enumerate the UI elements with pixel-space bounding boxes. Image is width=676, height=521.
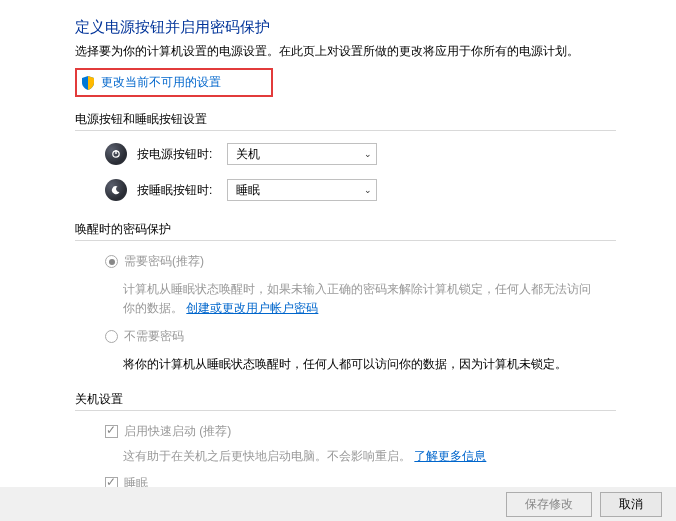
no-password-description: 将你的计算机从睡眠状态唤醒时，任何人都可以访问你的数据，因为计算机未锁定。 [123, 355, 596, 374]
section-header-buttons: 电源按钮和睡眠按钮设置 [75, 111, 616, 131]
radio-no-password-label: 不需要密码 [124, 328, 184, 345]
sleep-button-dropdown[interactable]: 睡眠 ⌄ [227, 179, 377, 201]
checkbox-fast-startup[interactable] [105, 425, 118, 438]
radio-no-password[interactable] [105, 330, 118, 343]
power-icon [105, 143, 127, 165]
fast-startup-description: 这有助于在关机之后更快地启动电脑。不会影响重启。 了解更多信息 [123, 448, 636, 465]
radio-option-no-password: 不需要密码 [105, 328, 636, 345]
shield-icon [81, 76, 95, 90]
checkbox-fast-startup-block: 启用快速启动 (推荐) [105, 423, 636, 440]
change-unavailable-settings-link[interactable]: 更改当前不可用的设置 [101, 74, 221, 91]
checkbox-fast-startup-label: 启用快速启动 (推荐) [124, 423, 231, 440]
section-header-password: 唤醒时的密码保护 [75, 221, 616, 241]
page-title: 定义电源按钮并启用密码保护 [75, 18, 636, 37]
section-header-shutdown: 关机设置 [75, 391, 616, 411]
power-button-dropdown[interactable]: 关机 ⌄ [227, 143, 377, 165]
learn-more-link[interactable]: 了解更多信息 [414, 449, 486, 463]
button-bar: 保存修改 取消 [0, 487, 676, 521]
require-password-description: 计算机从睡眠状态唤醒时，如果未输入正确的密码来解除计算机锁定，任何人都无法访问你… [123, 280, 596, 318]
change-settings-link-group: 更改当前不可用的设置 [75, 68, 273, 97]
chevron-down-icon: ⌄ [364, 185, 372, 195]
create-change-password-link[interactable]: 创建或更改用户帐户密码 [186, 301, 318, 315]
sleep-button-row: 按睡眠按钮时: 睡眠 ⌄ [105, 179, 636, 201]
sleep-button-value: 睡眠 [236, 182, 260, 199]
radio-require-password[interactable] [105, 255, 118, 268]
page-description: 选择要为你的计算机设置的电源设置。在此页上对设置所做的更改将应用于你所有的电源计… [75, 43, 636, 60]
chevron-down-icon: ⌄ [364, 149, 372, 159]
radio-option-require-password: 需要密码(推荐) [105, 253, 636, 270]
cancel-button[interactable]: 取消 [600, 492, 662, 517]
power-button-label: 按电源按钮时: [137, 146, 227, 163]
save-button[interactable]: 保存修改 [506, 492, 592, 517]
radio-require-password-label: 需要密码(推荐) [124, 253, 204, 270]
sleep-icon [105, 179, 127, 201]
power-button-value: 关机 [236, 146, 260, 163]
sleep-button-label: 按睡眠按钮时: [137, 182, 227, 199]
power-button-row: 按电源按钮时: 关机 ⌄ [105, 143, 636, 165]
